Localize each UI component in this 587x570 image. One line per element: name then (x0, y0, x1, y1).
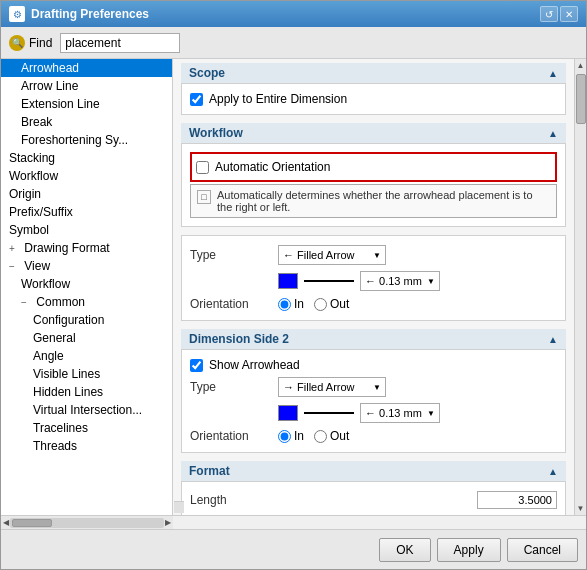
show-arrowhead-checkbox[interactable] (190, 359, 203, 372)
scope-checkbox-row: Apply to Entire Dimension (190, 90, 557, 108)
show-arrowhead-label: Show Arrowhead (209, 358, 300, 372)
dimension-side2-section: Dimension Side 2 ▲ Show Arrowhead Type (181, 329, 566, 453)
sidebar-item-origin[interactable]: Origin (1, 185, 172, 203)
size-dropdown-2[interactable]: ← 0.13 mm ▼ (360, 403, 440, 423)
orientation-controls-2: In Out (278, 429, 557, 443)
sidebar-item-threads[interactable]: Threads (1, 437, 172, 455)
sidebar: Arrowhead Arrow Line Extension Line Brea… (1, 59, 173, 515)
apply-button[interactable]: Apply (437, 538, 501, 562)
radio-in-input-2[interactable] (278, 430, 291, 443)
search-input[interactable] (60, 33, 180, 53)
auto-orientation-highlighted: Automatic Orientation (190, 152, 557, 182)
type-dropdown-2[interactable]: → Filled Arrow ▼ (278, 377, 386, 397)
workflow-section: Workflow ▲ Automatic Orientation □ A (181, 123, 566, 227)
radio-out-input-2[interactable] (314, 430, 327, 443)
sidebar-item-stacking[interactable]: Stacking (1, 149, 172, 167)
sidebar-item-arrowhead[interactable]: Arrowhead (1, 59, 172, 77)
format-chevron: ▲ (548, 466, 558, 477)
sidebar-wrapper: Arrowhead Arrow Line Extension Line Brea… (1, 59, 173, 515)
dim-side2-title: Dimension Side 2 (189, 332, 289, 346)
radio-in-label-2: In (294, 429, 304, 443)
dim-side2-header[interactable]: Dimension Side 2 ▲ (181, 329, 566, 349)
scope-header[interactable]: Scope ▲ (181, 63, 566, 83)
workflow-header[interactable]: Workflow ▲ (181, 123, 566, 143)
sidebar-item-hidden-lines[interactable]: Hidden Lines (1, 383, 172, 401)
sidebar-item-symbol[interactable]: Symbol (1, 221, 172, 239)
sidebar-item-arrow-line[interactable]: Arrow Line (1, 77, 172, 95)
close-button[interactable]: ✕ (560, 6, 578, 22)
sidebar-item-drawing-format[interactable]: + Drawing Format (1, 239, 172, 257)
sidebar-item-break[interactable]: Break (1, 113, 172, 131)
sidebar-item-extension-line[interactable]: Extension Line (1, 95, 172, 113)
sidebar-h-track[interactable] (10, 518, 164, 528)
style-row-2: ← 0.13 mm ▼ (190, 400, 557, 426)
sidebar-item-foreshortening[interactable]: Foreshortening Sy... (1, 131, 172, 149)
length-input[interactable] (477, 491, 557, 509)
info-text: Automatically determines whether the arr… (217, 189, 550, 213)
dim-side1-content: Type ← Filled Arrow ▼ (181, 235, 566, 321)
radio-in-input-1[interactable] (278, 298, 291, 311)
style-controls-1: ← 0.13 mm ▼ (278, 271, 557, 291)
sidebar-scroll-left[interactable]: ◀ (3, 518, 9, 527)
color-swatch-2[interactable] (278, 405, 298, 421)
sidebar-h-thumb[interactable] (12, 519, 52, 527)
sidebar-item-workflow2[interactable]: Workflow (1, 275, 172, 293)
show-arrowhead-row: Show Arrowhead (190, 356, 557, 374)
bottom-bar: OK Apply Cancel (1, 529, 586, 569)
radio-out-label-2: Out (330, 429, 349, 443)
sidebar-item-angle[interactable]: Angle (1, 347, 172, 365)
radio-out-input-1[interactable] (314, 298, 327, 311)
sidebar-item-view[interactable]: − View (1, 257, 172, 275)
sidebar-item-visible-lines[interactable]: Visible Lines (1, 365, 172, 383)
cancel-button[interactable]: Cancel (507, 538, 578, 562)
type-dropdown-2-value: → Filled Arrow (283, 381, 355, 393)
type-controls-1: ← Filled Arrow ▼ (278, 245, 557, 265)
right-scrollbar[interactable]: ▲ ▼ (574, 59, 586, 515)
type-dropdown-1-arrow: ▼ (373, 251, 381, 260)
style-row-1: ← 0.13 mm ▼ (190, 268, 557, 294)
sidebar-item-general[interactable]: General (1, 329, 172, 347)
radio-in-2: In (278, 429, 304, 443)
radio-out-label-1: Out (330, 297, 349, 311)
color-swatch-1[interactable] (278, 273, 298, 289)
right-panel-wrapper: Scope ▲ Apply to Entire Dimension Workfl… (173, 59, 586, 515)
format-header[interactable]: Format ▲ (181, 461, 566, 481)
scope-section: Scope ▲ Apply to Entire Dimension (181, 63, 566, 115)
type-dropdown-2-arrow: ▼ (373, 383, 381, 392)
toolbar: 🔍 Find (1, 27, 586, 59)
info-icon: □ (197, 190, 211, 204)
right-scroll-down[interactable]: ▼ (577, 504, 585, 513)
sidebar-item-configuration[interactable]: Configuration (1, 311, 172, 329)
auto-orientation-checkbox[interactable] (196, 161, 209, 174)
title-bar-left: ⚙ Drafting Preferences (9, 6, 149, 22)
sidebar-item-common[interactable]: − Common (1, 293, 172, 311)
window-icon: ⚙ (9, 6, 25, 22)
ok-button[interactable]: OK (379, 538, 430, 562)
size-dropdown-1[interactable]: ← 0.13 mm ▼ (360, 271, 440, 291)
main-window: ⚙ Drafting Preferences ↺ ✕ 🔍 Find Arrowh… (0, 0, 587, 570)
type-dropdown-1-value: ← Filled Arrow (283, 249, 355, 261)
type-row-2: Type → Filled Arrow ▼ (190, 374, 557, 400)
scope-title: Scope (189, 66, 225, 80)
sidebar-item-workflow[interactable]: Workflow (1, 167, 172, 185)
reset-button[interactable]: ↺ (540, 6, 558, 22)
sidebar-scroll-right[interactable]: ▶ (165, 518, 171, 527)
sidebar-item-tracelines[interactable]: Tracelines (1, 419, 172, 437)
format-section: Format ▲ Length (181, 461, 566, 515)
sidebar-h-scrollbar[interactable]: ◀ ▶ (1, 516, 173, 529)
find-label-group: 🔍 Find (9, 35, 52, 51)
apply-to-entire-checkbox[interactable] (190, 93, 203, 106)
right-scroll-up[interactable]: ▲ (577, 61, 585, 70)
dim-side2-chevron: ▲ (548, 334, 558, 345)
type-row-1: Type ← Filled Arrow ▼ (190, 242, 557, 268)
sidebar-item-prefix-suffix[interactable]: Prefix/Suffix (1, 203, 172, 221)
dimension-side1-section: Type ← Filled Arrow ▼ (181, 235, 566, 321)
right-scroll-thumb[interactable] (576, 74, 586, 124)
length-row: Length (190, 488, 557, 512)
scope-content: Apply to Entire Dimension (181, 83, 566, 115)
sidebar-item-virtual-intersection[interactable]: Virtual Intersection... (1, 401, 172, 419)
orientation-row-2: Orientation In Out (190, 426, 557, 446)
type-dropdown-1[interactable]: ← Filled Arrow ▼ (278, 245, 386, 265)
type-controls-2: → Filled Arrow ▼ (278, 377, 557, 397)
radio-in-label-1: In (294, 297, 304, 311)
